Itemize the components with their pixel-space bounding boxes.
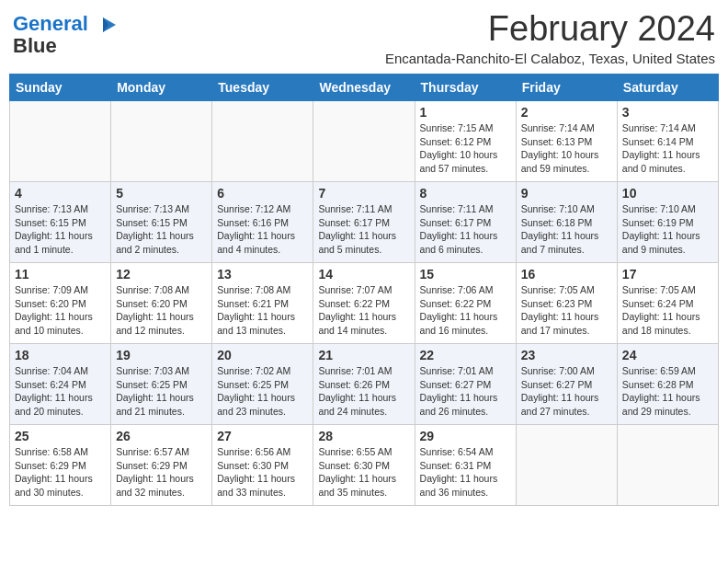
table-row: 10Sunrise: 7:10 AMSunset: 6:19 PMDayligh… (617, 182, 718, 263)
table-row: 16Sunrise: 7:05 AMSunset: 6:23 PMDayligh… (516, 263, 617, 344)
col-friday: Friday (516, 75, 617, 101)
day-number: 6 (217, 186, 308, 201)
table-row: 17Sunrise: 7:05 AMSunset: 6:24 PMDayligh… (617, 263, 718, 344)
day-number: 22 (420, 348, 511, 362)
table-row (313, 101, 415, 182)
logo-icon (90, 16, 118, 32)
day-info: Sunrise: 7:11 AMSunset: 6:17 PMDaylight:… (420, 202, 511, 257)
table-row: 2Sunrise: 7:14 AMSunset: 6:13 PMDaylight… (516, 101, 617, 182)
table-row: 19Sunrise: 7:03 AMSunset: 6:25 PMDayligh… (111, 344, 212, 425)
col-thursday: Thursday (415, 75, 516, 101)
day-number: 28 (318, 429, 409, 443)
day-number: 20 (217, 348, 308, 362)
table-row: 7Sunrise: 7:11 AMSunset: 6:17 PMDaylight… (313, 182, 415, 263)
col-monday: Monday (111, 75, 212, 101)
day-info: Sunrise: 6:59 AMSunset: 6:28 PMDaylight:… (622, 364, 713, 419)
day-number: 4 (15, 186, 106, 201)
table-row: 12Sunrise: 7:08 AMSunset: 6:20 PMDayligh… (111, 263, 212, 344)
day-info: Sunrise: 7:00 AMSunset: 6:27 PMDaylight:… (521, 364, 612, 419)
day-info: Sunrise: 6:55 AMSunset: 6:30 PMDaylight:… (318, 445, 409, 500)
logo-text: General (13, 13, 88, 35)
day-number: 16 (521, 267, 612, 282)
day-number: 13 (217, 267, 308, 282)
calendar-week-row: 18Sunrise: 7:04 AMSunset: 6:24 PMDayligh… (10, 344, 719, 425)
calendar: Sunday Monday Tuesday Wednesday Thursday… (9, 74, 719, 506)
title-area: February 2024 Encantada-Ranchito-El Cala… (385, 9, 715, 66)
day-info: Sunrise: 7:10 AMSunset: 6:19 PMDaylight:… (622, 202, 713, 257)
day-info: Sunrise: 7:01 AMSunset: 6:27 PMDaylight:… (420, 364, 511, 419)
table-row: 26Sunrise: 6:57 AMSunset: 6:29 PMDayligh… (111, 425, 212, 506)
day-info: Sunrise: 7:13 AMSunset: 6:15 PMDaylight:… (116, 202, 207, 257)
col-tuesday: Tuesday (212, 75, 313, 101)
month-title: February 2024 (385, 9, 715, 49)
table-row (10, 101, 111, 182)
day-number: 11 (15, 267, 106, 282)
table-row: 15Sunrise: 7:06 AMSunset: 6:22 PMDayligh… (415, 263, 516, 344)
day-number: 3 (622, 105, 713, 120)
logo: General Blue (13, 13, 118, 57)
table-row: 14Sunrise: 7:07 AMSunset: 6:22 PMDayligh… (313, 263, 415, 344)
table-row (617, 425, 718, 506)
day-number: 19 (116, 348, 207, 362)
col-wednesday: Wednesday (313, 75, 415, 101)
table-row: 4Sunrise: 7:13 AMSunset: 6:15 PMDaylight… (10, 182, 111, 263)
location-title: Encantada-Ranchito-El Calaboz, Texas, Un… (385, 51, 715, 66)
day-number: 5 (116, 186, 207, 201)
col-sunday: Sunday (10, 75, 111, 101)
table-row (516, 425, 617, 506)
table-row: 20Sunrise: 7:02 AMSunset: 6:25 PMDayligh… (212, 344, 313, 425)
day-info: Sunrise: 7:03 AMSunset: 6:25 PMDaylight:… (116, 364, 207, 419)
day-number: 21 (318, 348, 409, 362)
day-info: Sunrise: 7:07 AMSunset: 6:22 PMDaylight:… (318, 283, 409, 338)
table-row: 25Sunrise: 6:58 AMSunset: 6:29 PMDayligh… (10, 425, 111, 506)
table-row: 21Sunrise: 7:01 AMSunset: 6:26 PMDayligh… (313, 344, 415, 425)
calendar-week-row: 25Sunrise: 6:58 AMSunset: 6:29 PMDayligh… (10, 425, 719, 506)
calendar-header-row: Sunday Monday Tuesday Wednesday Thursday… (10, 75, 719, 101)
day-number: 18 (15, 348, 106, 362)
logo-blue-text: Blue (13, 34, 57, 57)
day-info: Sunrise: 7:05 AMSunset: 6:24 PMDaylight:… (622, 283, 713, 338)
day-number: 7 (318, 186, 409, 201)
day-number: 12 (116, 267, 207, 282)
day-info: Sunrise: 7:13 AMSunset: 6:15 PMDaylight:… (15, 202, 106, 257)
day-info: Sunrise: 6:58 AMSunset: 6:29 PMDaylight:… (15, 445, 106, 500)
day-info: Sunrise: 7:05 AMSunset: 6:23 PMDaylight:… (521, 283, 612, 338)
table-row: 6Sunrise: 7:12 AMSunset: 6:16 PMDaylight… (212, 182, 313, 263)
day-info: Sunrise: 7:12 AMSunset: 6:16 PMDaylight:… (217, 202, 308, 257)
day-number: 23 (521, 348, 612, 362)
day-info: Sunrise: 7:01 AMSunset: 6:26 PMDaylight:… (318, 364, 409, 419)
day-number: 1 (420, 105, 511, 120)
table-row: 22Sunrise: 7:01 AMSunset: 6:27 PMDayligh… (415, 344, 516, 425)
day-info: Sunrise: 7:04 AMSunset: 6:24 PMDaylight:… (15, 364, 106, 419)
day-number: 27 (217, 429, 308, 443)
day-info: Sunrise: 7:14 AMSunset: 6:13 PMDaylight:… (521, 121, 612, 176)
day-number: 15 (420, 267, 511, 282)
table-row: 11Sunrise: 7:09 AMSunset: 6:20 PMDayligh… (10, 263, 111, 344)
day-info: Sunrise: 7:09 AMSunset: 6:20 PMDaylight:… (15, 283, 106, 338)
day-info: Sunrise: 7:15 AMSunset: 6:12 PMDaylight:… (420, 121, 511, 176)
day-number: 24 (622, 348, 713, 362)
day-info: Sunrise: 7:06 AMSunset: 6:22 PMDaylight:… (420, 283, 511, 338)
table-row: 3Sunrise: 7:14 AMSunset: 6:14 PMDaylight… (617, 101, 718, 182)
day-info: Sunrise: 6:56 AMSunset: 6:30 PMDaylight:… (217, 445, 308, 500)
day-number: 29 (420, 429, 511, 443)
table-row: 1Sunrise: 7:15 AMSunset: 6:12 PMDaylight… (415, 101, 516, 182)
day-number: 26 (116, 429, 207, 443)
day-number: 8 (420, 186, 511, 201)
day-info: Sunrise: 6:57 AMSunset: 6:29 PMDaylight:… (116, 445, 207, 500)
day-info: Sunrise: 7:11 AMSunset: 6:17 PMDaylight:… (318, 202, 409, 257)
day-info: Sunrise: 6:54 AMSunset: 6:31 PMDaylight:… (420, 445, 511, 500)
table-row: 13Sunrise: 7:08 AMSunset: 6:21 PMDayligh… (212, 263, 313, 344)
table-row: 24Sunrise: 6:59 AMSunset: 6:28 PMDayligh… (617, 344, 718, 425)
day-number: 25 (15, 429, 106, 443)
calendar-week-row: 11Sunrise: 7:09 AMSunset: 6:20 PMDayligh… (10, 263, 719, 344)
table-row: 23Sunrise: 7:00 AMSunset: 6:27 PMDayligh… (516, 344, 617, 425)
col-saturday: Saturday (617, 75, 718, 101)
table-row: 29Sunrise: 6:54 AMSunset: 6:31 PMDayligh… (415, 425, 516, 506)
table-row (212, 101, 313, 182)
table-row: 18Sunrise: 7:04 AMSunset: 6:24 PMDayligh… (10, 344, 111, 425)
table-row (111, 101, 212, 182)
day-number: 17 (622, 267, 713, 282)
calendar-week-row: 4Sunrise: 7:13 AMSunset: 6:15 PMDaylight… (10, 182, 719, 263)
day-info: Sunrise: 7:14 AMSunset: 6:14 PMDaylight:… (622, 121, 713, 176)
